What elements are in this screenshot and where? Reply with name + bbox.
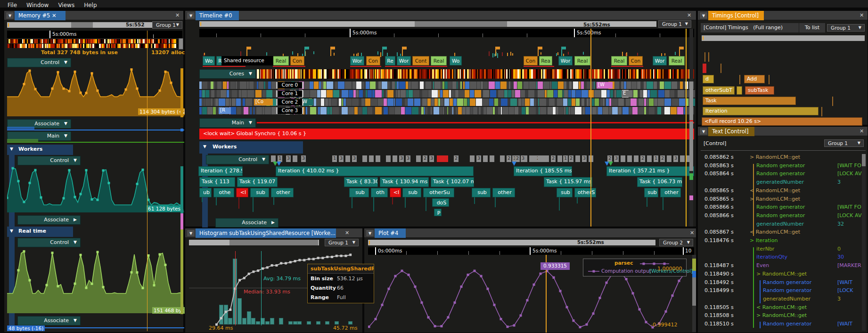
lock-chip[interactable]: Wor: [558, 56, 573, 65]
plot-group-select[interactable]: Group 2▼: [659, 239, 693, 246]
lock-chip[interactable]: Re: [385, 56, 395, 65]
memory-menu-icon[interactable]: ▼: [6, 12, 14, 19]
lock-chip[interactable]: Wor: [350, 56, 364, 65]
iteration-bar[interactable]: Iteration { 185.55 ms }: [514, 166, 572, 176]
timings-close-icon[interactable]: ✕: [858, 12, 865, 19]
timeline-tab[interactable]: Timeline #0: [196, 11, 239, 20]
timings-menu-icon[interactable]: ▼: [699, 12, 708, 19]
subtask-bar[interactable]: oth: [371, 188, 388, 197]
timeline-main-dropdown[interactable]: Main▼: [199, 118, 256, 128]
subtask-bar[interactable]: other: [492, 188, 515, 197]
subtask-bar[interactable]: sub: [349, 188, 369, 197]
timeline-close-icon[interactable]: ✕: [686, 12, 693, 19]
lock-chip[interactable]: Wo: [203, 56, 215, 65]
memory-workers-control-dropdown[interactable]: Control▼: [17, 156, 81, 165]
lock-chip[interactable]: Con: [366, 56, 380, 65]
flame-bar[interactable]: subTask: [745, 86, 774, 95]
lock-chip[interactable]: Real: [669, 56, 685, 65]
memory-tab[interactable]: Memory #5 ✕: [15, 11, 66, 20]
subtask-bar[interactable]: <l: [236, 188, 248, 197]
subtask-bar[interactable]: otherSu: [423, 188, 454, 197]
p-bar[interactable]: P: [434, 209, 442, 216]
timeline-vscroll-thumb[interactable]: [689, 81, 693, 171]
histogram-scrollbar-thumb[interactable]: [229, 240, 318, 245]
flame-bar[interactable]: <Full record 10.26 s>: [702, 117, 862, 126]
timeline-associate-dropdown[interactable]: Associate▶: [215, 218, 278, 227]
lock-chip[interactable]: Real: [611, 56, 627, 65]
dos-bar[interactable]: doS: [432, 198, 449, 207]
menu-views[interactable]: Views: [53, 1, 79, 9]
memory-workers-header[interactable]: ▼Workers: [7, 145, 73, 155]
timeline-group-select[interactable]: Group 1▼: [658, 20, 691, 28]
subtask-bar[interactable]: other: [660, 188, 681, 197]
lock-chip[interactable]: Con: [290, 56, 304, 65]
lock-chip[interactable]: Wor: [653, 56, 667, 65]
lock-chip[interactable]: Real: [574, 56, 590, 65]
flame-bar[interactable]: [737, 86, 742, 95]
lock-chip[interactable]: Con: [629, 56, 643, 65]
timings-scrollbar-track[interactable]: [702, 35, 865, 41]
iteration-bar[interactable]: Iteration { 410.02 ms }: [276, 166, 474, 176]
histogram-menu-icon[interactable]: ▼: [187, 229, 195, 237]
memory-close-icon[interactable]: ✕: [174, 12, 181, 19]
memory-realtime-header[interactable]: ▼Real time: [7, 227, 73, 237]
histogram-tab[interactable]: Histogram subTaskUsingSharedResource [Wo…: [196, 228, 336, 238]
text-menu-icon[interactable]: ▼: [699, 128, 708, 135]
memory-realtime-control-dropdown[interactable]: Control▼: [17, 238, 81, 247]
memory-scrollbar-thumb[interactable]: [71, 22, 93, 28]
task-bar[interactable]: Task { 102.07 m: [431, 177, 474, 187]
lock-chip[interactable]: Wo: [450, 56, 462, 65]
memory-heat-scrollbar[interactable]: [179, 38, 183, 49]
task-bar[interactable]: Task { 115.97 ms }: [544, 177, 592, 187]
memory-group-select[interactable]: Group 1▼: [152, 21, 182, 29]
subtask-bar[interactable]: sub: [472, 188, 491, 197]
lock-chip[interactable]: Real: [431, 56, 447, 65]
subtask-bar[interactable]: sub: [557, 188, 573, 197]
histogram-close-icon[interactable]: ✕: [344, 229, 351, 237]
memory-realtime-associate-dropdown[interactable]: Associate▼: [17, 316, 81, 325]
subtask-bar[interactable]: sub: [644, 188, 658, 197]
text-group-select[interactable]: Group 1▼: [824, 139, 864, 147]
timings-to-list-button[interactable]: To list: [799, 23, 825, 32]
lock-chip[interactable]: Con: [524, 56, 538, 65]
flame-bar[interactable]: Task: [703, 97, 796, 105]
lock-chip[interactable]: Wor: [397, 56, 411, 65]
flame-bar[interactable]: Iteration: [703, 107, 819, 115]
lock-chip[interactable]: Real: [273, 56, 289, 65]
text-vscroll-thumb[interactable]: [862, 154, 866, 166]
flame-bar[interactable]: d: [703, 75, 714, 83]
iteration-marker-icon[interactable]: [512, 162, 516, 166]
plot-scrollbar-track[interactable]: [368, 240, 655, 245]
menu-window[interactable]: Window: [22, 1, 53, 9]
plot-close-icon[interactable]: ✕: [688, 229, 696, 237]
subtask-bar[interactable]: otherS: [574, 188, 596, 197]
flame-bar[interactable]: Add: [744, 75, 765, 83]
subtask-bar[interactable]: sub: [250, 188, 269, 197]
task-bar[interactable]: Task { 106.73 m: [637, 177, 682, 187]
timeline-workers-header[interactable]: ▼Workers: [199, 141, 303, 154]
subtask-bar[interactable]: sub: [402, 188, 421, 197]
menu-help[interactable]: Help: [79, 1, 101, 9]
plot-vscroll-thumb[interactable]: [692, 277, 696, 306]
plot-menu-icon[interactable]: ▼: [366, 229, 374, 237]
subtask-bar[interactable]: ub: [199, 188, 212, 197]
subtask-bar[interactable]: <l: [390, 188, 401, 197]
plot-tab[interactable]: Plot #4: [375, 228, 406, 238]
subtask-bar[interactable]: other: [271, 188, 294, 197]
memory-control-dropdown[interactable]: Control▼: [7, 58, 71, 67]
timeline-menu-icon[interactable]: ▼: [187, 12, 195, 19]
timings-tab[interactable]: Timings [Control]: [708, 11, 764, 20]
iteration-bar[interactable]: Iteration { 278.90 ms }: [198, 166, 243, 176]
timeline-scrollbar-thumb[interactable]: [415, 21, 507, 27]
text-tab[interactable]: Text [Control]: [708, 127, 754, 136]
flame-bar[interactable]: otherSubT: [703, 86, 735, 95]
iteration-marker-icon[interactable]: [277, 162, 281, 166]
text-vscroll-track[interactable]: [862, 154, 866, 331]
lock-wait-bar[interactable]: <lock wait> Global Synchro { 10.06 s }: [199, 129, 694, 139]
subtask-bar[interactable]: othe: [213, 188, 234, 197]
text-close-icon[interactable]: ✕: [858, 128, 865, 135]
timings-group-select[interactable]: Group 1▼: [827, 24, 865, 32]
task-bar[interactable]: Task { 130.94 ms }: [380, 177, 429, 187]
memory-workers-associate-dropdown[interactable]: Associate▶: [17, 215, 81, 225]
task-bar[interactable]: Task { 83.30: [344, 177, 378, 187]
